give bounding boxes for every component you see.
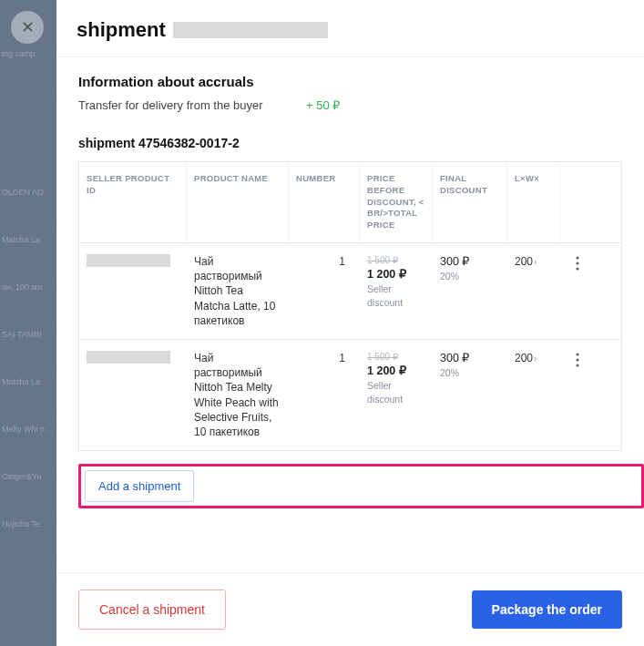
price-before: 1 500 ₽ <box>367 254 425 267</box>
svg-point-2 <box>576 267 578 270</box>
package-order-button[interactable]: Package the order <box>472 590 622 629</box>
cell-product-name: Чай растворимый Nittoh Tea Matcha Latte,… <box>187 251 289 332</box>
price-total: 1 200 ₽ <box>367 267 425 282</box>
shipment-table: SELLER PRODUCT ID PRODUCT NAME NUMBER PR… <box>78 161 622 451</box>
redacted-id <box>87 254 170 267</box>
cell-number: 1 <box>289 347 360 369</box>
modal-header: shipment <box>56 0 644 57</box>
price-before: 1 500 ₽ <box>367 351 425 364</box>
row-menu-button[interactable] <box>560 347 595 371</box>
cell-number: 1 <box>289 251 360 272</box>
backdrop-hint: OLDEN AO <box>0 184 56 231</box>
price-note: Seller discount <box>367 379 425 405</box>
accrual-label: Transfer for delivery from the buyer <box>78 98 306 112</box>
accrual-value: + 50 ₽ <box>306 98 340 112</box>
chevron-right-icon: › <box>534 257 537 267</box>
svg-point-5 <box>576 364 578 366</box>
cell-dimensions[interactable]: 200› <box>507 251 560 272</box>
redacted-id <box>87 351 170 364</box>
cell-price: 1 500 ₽ 1 200 ₽ Seller discount <box>360 251 433 313</box>
svg-point-3 <box>576 353 578 355</box>
accrual-row: Transfer for delivery from the buyer + 5… <box>78 98 622 112</box>
svg-point-1 <box>576 261 578 264</box>
table-header: SELLER PRODUCT ID PRODUCT NAME NUMBER PR… <box>79 162 621 243</box>
backdrop-hints: ing camp OLDEN AO Matcha La он, 100 мл S… <box>0 36 56 563</box>
cell-discount: 300 ₽ 20% <box>433 347 507 383</box>
discount-pct: 20% <box>440 270 500 282</box>
row-menu-button[interactable] <box>560 251 595 274</box>
col-product-name: PRODUCT NAME <box>187 162 289 242</box>
backdrop-hint: он, 100 мл <box>0 279 56 326</box>
col-final-discount: FINAL DISCOUNT <box>433 162 507 242</box>
page-title: shipment <box>77 18 166 42</box>
kebab-icon <box>576 256 579 271</box>
shipment-id-label: shipment 47546382-0017-2 <box>78 136 622 150</box>
chevron-right-icon: › <box>534 354 537 364</box>
backdrop-hint: Melty Whi пакетико <box>0 421 56 468</box>
backdrop-hint: Ginger&Yu <box>0 468 56 516</box>
kebab-icon <box>576 353 579 367</box>
backdrop-hint: ing camp <box>0 46 56 93</box>
redacted-title <box>173 22 328 38</box>
col-number: NUMBER <box>289 162 360 242</box>
col-price: PRICE BEFORE DISCOUNT, < BR/>TOTAL PRICE <box>360 162 433 242</box>
table-row: Чай растворимый Nittoh Tea Matcha Latte,… <box>79 243 621 340</box>
svg-point-0 <box>576 256 578 259</box>
table-row: Чай растворимый Nittoh Tea Melty White P… <box>79 340 621 450</box>
col-seller-product-id: SELLER PRODUCT ID <box>79 162 187 242</box>
add-shipment-highlight: Add a shipment <box>78 464 644 508</box>
accruals-heading: Information about accruals <box>78 74 622 89</box>
cell-discount: 300 ₽ 20% <box>433 251 507 286</box>
shipment-modal: shipment Information about accruals Tran… <box>56 0 644 646</box>
discount-pct: 20% <box>440 366 500 379</box>
modal-footer: Cancel a shipment Package the order <box>56 572 644 646</box>
backdrop-hint: Matcha La <box>0 231 56 279</box>
backdrop-hint: Hojicha Te <box>0 516 56 563</box>
backdrop-hint: SAI TAMBI <box>0 326 56 374</box>
price-total: 1 200 ₽ <box>367 364 425 379</box>
cell-product-name: Чай растворимый Nittoh Tea Melty White P… <box>187 347 289 443</box>
accruals-section: Information about accruals Transfer for … <box>56 57 644 451</box>
col-actions <box>560 162 595 242</box>
close-button[interactable]: ✕ <box>11 11 44 44</box>
price-note: Seller discount <box>367 282 425 308</box>
svg-point-4 <box>576 358 578 361</box>
cell-dimensions[interactable]: 200› <box>507 347 560 369</box>
cell-price: 1 500 ₽ 1 200 ₽ Seller discount <box>360 347 433 409</box>
discount-value: 300 ₽ <box>440 254 500 270</box>
col-dimensions: L×W× <box>507 162 560 242</box>
cancel-shipment-button[interactable]: Cancel a shipment <box>78 590 226 630</box>
discount-value: 300 ₽ <box>440 351 500 366</box>
add-shipment-button[interactable]: Add a shipment <box>85 470 194 502</box>
close-icon: ✕ <box>21 17 35 37</box>
backdrop-hint: Matcha La <box>0 374 56 421</box>
